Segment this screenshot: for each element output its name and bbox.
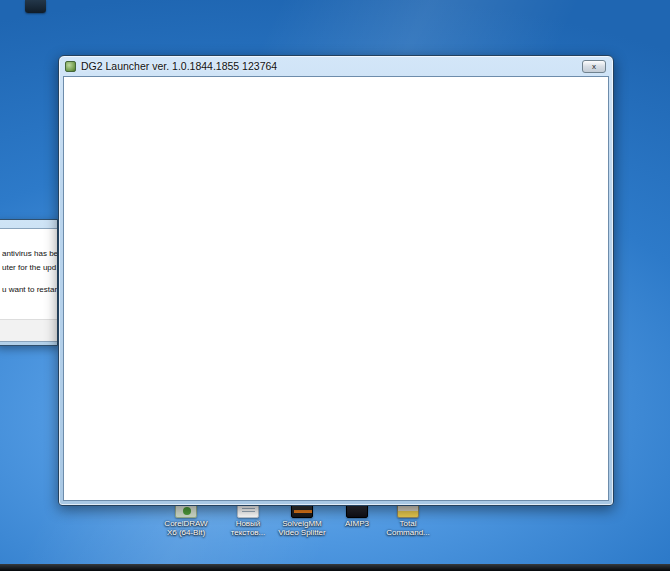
desktop-icon-coreldraw[interactable]: CorelDRAW X6 (64-Bit) <box>156 503 216 537</box>
icon-label-line: CorelDRAW <box>156 519 216 528</box>
icon-label-line: X6 (64-Bit) <box>156 528 216 537</box>
desktop-icon-new-text-document[interactable]: Новый текстов... <box>218 503 278 537</box>
launcher-titlebar[interactable]: DG2 Launcher ver. 1.0.1844.1855 123764 <box>59 56 613 76</box>
window-title: DG2 Launcher ver. 1.0.1844.1855 123764 <box>81 60 277 72</box>
close-button[interactable]: x <box>582 60 606 73</box>
desktop-icon-solveigmm[interactable]: SolveigMM Video Splitter <box>272 503 332 537</box>
desktop-icon-total-commander[interactable]: Total Command... <box>378 503 438 537</box>
icon-label-line: Video Splitter <box>272 528 332 537</box>
icon-label-line: Total <box>378 519 438 528</box>
launcher-window: DG2 Launcher ver. 1.0.1844.1855 123764 x <box>58 55 614 506</box>
launcher-app-icon <box>65 61 76 72</box>
icon-label-line: Command... <box>378 528 438 537</box>
icon-label-line: текстов... <box>218 528 278 537</box>
icon-label-line: SolveigMM <box>272 519 332 528</box>
taskbar[interactable] <box>0 564 670 571</box>
icon-label-line: Новый <box>218 519 278 528</box>
launcher-client-area <box>63 76 609 501</box>
